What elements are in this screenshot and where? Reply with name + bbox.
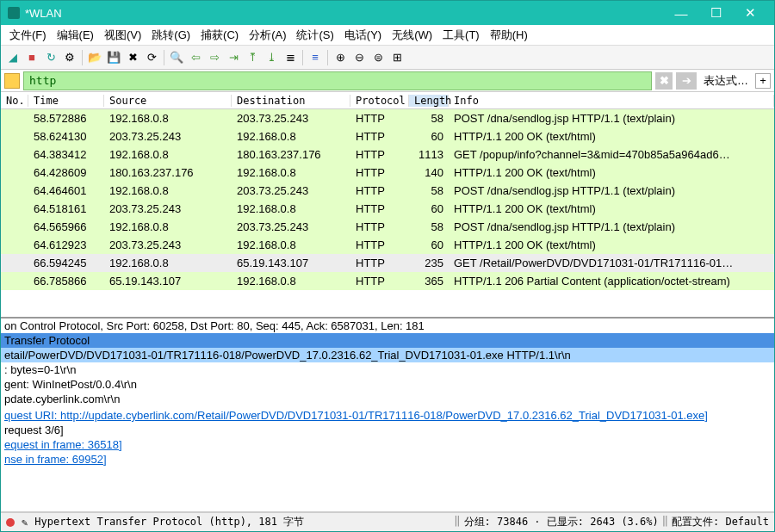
find-icon[interactable]: 🔍 — [168, 49, 185, 66]
start-capture-icon[interactable]: ◢ — [4, 49, 22, 66]
minimize-button[interactable]: — — [664, 2, 698, 24]
col-source[interactable]: Source — [104, 95, 232, 107]
packet-row[interactable]: 66.594245192.168.0.865.19.143.107HTTP235… — [1, 254, 774, 272]
zoom-out-icon[interactable]: ⊖ — [350, 49, 368, 66]
col-length[interactable]: Length — [409, 95, 449, 107]
detail-line[interactable]: gent: WinInetPost/0.0.4\r\n — [1, 377, 774, 392]
save-file-icon[interactable]: 💾 — [105, 49, 122, 66]
detail-line[interactable]: nse in frame: 69952] — [1, 452, 774, 467]
bookmark-icon[interactable] — [4, 73, 20, 89]
col-no[interactable]: No. — [1, 95, 28, 107]
menubar: 文件(F) 编辑(E) 视图(V) 跳转(G) 捕获(C) 分析(A) 统计(S… — [1, 25, 774, 46]
menu-tools[interactable]: 工具(T) — [437, 26, 485, 45]
clear-filter-button[interactable]: ✖ — [655, 72, 673, 90]
menu-wireless[interactable]: 无线(W) — [387, 26, 437, 45]
last-icon[interactable]: ⤓ — [263, 49, 280, 66]
menu-analyze[interactable]: 分析(A) — [244, 26, 291, 45]
packet-header: No. Time Source Destination Protocol Len… — [1, 92, 774, 109]
autoscroll-icon[interactable]: ≣ — [282, 49, 299, 66]
zoom-reset-icon[interactable]: ⊜ — [369, 49, 387, 66]
col-destination[interactable]: Destination — [232, 95, 350, 107]
detail-line[interactable]: : bytes=0-1\r\n — [1, 362, 774, 377]
detail-line[interactable]: on Control Protocol, Src Port: 60258, Ds… — [1, 319, 774, 333]
window-title: *WLAN — [25, 7, 664, 20]
menu-telephony[interactable]: 电话(Y) — [339, 26, 387, 45]
expression-button[interactable]: 表达式… — [700, 73, 752, 89]
prev-icon[interactable]: ⇦ — [187, 49, 204, 66]
filter-bar: ✖ ➔ 表达式… + — [1, 70, 774, 92]
status-bar: ✎ Hypertext Transfer Protocol (http), 18… — [1, 512, 774, 531]
status-profile[interactable]: 配置文件: Default — [672, 515, 769, 529]
open-file-icon[interactable]: 📂 — [86, 49, 103, 66]
packet-row[interactable]: 64.518161203.73.25.243192.168.0.8HTTP60H… — [1, 200, 774, 218]
status-packets: 分组: 73846 · 已显示: 2643 (3.6%) — [464, 515, 659, 529]
menu-goto[interactable]: 跳转(G) — [146, 26, 195, 45]
next-icon[interactable]: ⇨ — [206, 49, 223, 66]
maximize-button[interactable]: ☐ — [698, 2, 733, 24]
menu-view[interactable]: 视图(V) — [99, 26, 146, 45]
titlebar: *WLAN — ☐ ✕ — [1, 1, 774, 25]
zoom-in-icon[interactable]: ⊕ — [332, 49, 349, 66]
capture-options-icon[interactable]: ⚙ — [61, 49, 78, 66]
close-button[interactable]: ✕ — [733, 2, 767, 24]
menu-stats[interactable]: 统计(S) — [291, 26, 338, 45]
add-filter-button[interactable]: + — [755, 73, 771, 89]
restart-capture-icon[interactable]: ↻ — [42, 49, 59, 66]
stop-capture-icon[interactable]: ■ — [23, 49, 40, 66]
apply-filter-button[interactable]: ➔ — [676, 72, 697, 90]
first-icon[interactable]: ⤒ — [244, 49, 261, 66]
packet-row[interactable]: 64.383412192.168.0.8180.163.237.176HTTP1… — [1, 145, 774, 164]
col-protocol[interactable]: Protocol — [350, 95, 409, 107]
detail-line[interactable]: quest URI: http://update.cyberlink.com/R… — [1, 408, 774, 423]
detail-line[interactable]: equest in frame: 36518] — [1, 437, 774, 452]
packet-list[interactable]: No. Time Source Destination Protocol Len… — [1, 92, 774, 319]
menu-help[interactable]: 帮助(H) — [485, 26, 533, 45]
status-proto: Hypertext Transfer Protocol (http), 181 … — [34, 515, 304, 529]
detail-line[interactable]: pdate.cyberlink.com\r\n — [1, 392, 774, 406]
separator — [327, 50, 328, 65]
resize-cols-icon[interactable]: ⊞ — [388, 49, 406, 66]
detail-line[interactable]: request 3/6] — [1, 423, 774, 437]
menu-file[interactable]: 文件(F) — [4, 26, 52, 45]
app-icon — [8, 7, 20, 19]
menu-edit[interactable]: 编辑(E) — [52, 26, 99, 45]
separator — [82, 50, 83, 65]
separator — [302, 50, 303, 65]
colorize-icon[interactable]: ≡ — [307, 49, 324, 66]
packet-row[interactable]: 64.464601192.168.0.8203.73.25.243HTTP58P… — [1, 182, 774, 200]
detail-line[interactable]: etail/PowerDVD/DVD171031-01/TR171116-018… — [1, 348, 774, 362]
packet-row[interactable]: 58.624130203.73.25.243192.168.0.8HTTP60H… — [1, 127, 774, 145]
packet-row[interactable]: 64.428609180.163.237.176192.168.0.8HTTP1… — [1, 164, 774, 182]
display-filter-input[interactable] — [23, 71, 652, 90]
col-info[interactable]: Info — [449, 95, 774, 107]
packet-row[interactable]: 64.565966192.168.0.8203.73.25.243HTTP58P… — [1, 218, 774, 236]
jump-icon[interactable]: ⇥ — [225, 49, 242, 66]
separator — [164, 50, 164, 65]
packet-details[interactable]: on Control Protocol, Src Port: 60258, Ds… — [1, 319, 774, 512]
reload-icon[interactable]: ⟳ — [143, 49, 160, 66]
toolbar: ◢ ■ ↻ ⚙ 📂 💾 ✖ ⟳ 🔍 ⇦ ⇨ ⇥ ⤒ ⤓ ≣ ≡ ⊕ ⊖ ⊜ ⊞ — [1, 46, 774, 70]
packet-row[interactable]: 64.612923203.73.25.243192.168.0.8HTTP60H… — [1, 236, 774, 254]
menu-capture[interactable]: 捕获(C) — [195, 26, 244, 45]
col-time[interactable]: Time — [28, 95, 104, 107]
detail-line[interactable]: Transfer Protocol — [1, 333, 774, 348]
close-file-icon[interactable]: ✖ — [124, 49, 141, 66]
expert-info-icon[interactable] — [6, 518, 15, 527]
packet-row[interactable]: 66.78586665.19.143.107192.168.0.8HTTP365… — [1, 272, 774, 290]
packet-row[interactable]: 58.572886192.168.0.8203.73.25.243HTTP58P… — [1, 109, 774, 127]
edit-icon[interactable]: ✎ — [22, 517, 28, 529]
